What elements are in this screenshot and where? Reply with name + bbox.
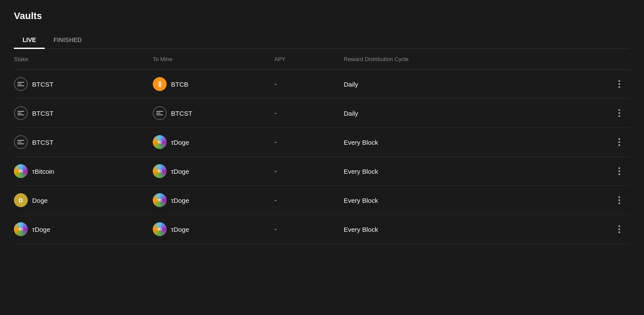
token-icon-btcst	[14, 106, 28, 120]
more-menu-button-2[interactable]	[608, 135, 630, 149]
header-actions	[608, 56, 630, 62]
token-icon-btcst	[153, 106, 167, 120]
stake-cell-5: τD τDoge	[14, 222, 153, 236]
reward-cycle-cell-3: Every Block	[344, 168, 608, 175]
apy-cell-5: -	[274, 225, 344, 234]
tabs-container: LIVE FINISHED	[14, 32, 630, 49]
mine-label-2: τDoge	[171, 139, 189, 146]
mine-cell-3: τD τDoge	[153, 164, 274, 178]
mine-label-5: τDoge	[171, 226, 189, 233]
apy-cell-4: -	[274, 196, 344, 205]
stake-cell-4: D Doge	[14, 193, 153, 207]
stake-label-1: BTCST	[32, 110, 53, 117]
table-row: BTCST ₿ BTCB - Daily	[14, 70, 630, 99]
stake-label-3: τBitcoin	[32, 168, 54, 175]
table-body: BTCST ₿ BTCB - Daily BTCST	[14, 70, 630, 244]
mine-label-1: BTCST	[171, 110, 192, 117]
table-row: D Doge τD τDoge - Every Block	[14, 186, 630, 215]
stake-cell-1: BTCST	[14, 106, 153, 120]
table-row: τD τDoge τD τDoge - Every Block	[14, 215, 630, 244]
more-menu-button-4[interactable]	[608, 193, 630, 208]
token-icon-tdoge: τD	[153, 135, 167, 149]
header-reward-cycle: Reward Distribution Cycle	[344, 56, 608, 62]
stake-label-2: BTCST	[32, 139, 53, 146]
token-icon-tdoge: τD	[153, 222, 167, 236]
token-icon-btcst	[14, 135, 28, 149]
tab-live[interactable]: LIVE	[14, 32, 45, 49]
page-title: Vaults	[14, 10, 630, 22]
token-icon-btcb: ₿	[153, 77, 167, 91]
more-menu-button-5[interactable]	[608, 222, 630, 237]
stake-cell-0: BTCST	[14, 77, 153, 91]
token-icon-doge: D	[14, 193, 28, 207]
token-icon-tbitcoin: τB	[14, 164, 28, 178]
apy-cell-3: -	[274, 167, 344, 176]
table-row: BTCST BTCST - Daily	[14, 99, 630, 128]
table-row: τB τBitcoin τD τDoge - Every Block	[14, 157, 630, 186]
stake-label-0: BTCST	[32, 81, 53, 88]
reward-cycle-cell-2: Every Block	[344, 139, 608, 146]
mine-cell-2: τD τDoge	[153, 135, 274, 149]
header-to-mine: To Mine	[153, 56, 274, 62]
stake-label-5: τDoge	[32, 226, 50, 233]
mine-cell-4: τD τDoge	[153, 193, 274, 207]
mine-cell-5: τD τDoge	[153, 222, 274, 236]
tab-finished[interactable]: FINISHED	[45, 32, 90, 49]
table-header: Stake To Mine APY Reward Distribution Cy…	[14, 49, 630, 70]
reward-cycle-cell-0: Daily	[344, 81, 608, 88]
apy-cell-1: -	[274, 109, 344, 118]
header-apy: APY	[274, 56, 344, 62]
reward-cycle-cell-4: Every Block	[344, 197, 608, 204]
token-icon-tdoge: τD	[153, 193, 167, 207]
token-icon-btcst	[14, 77, 28, 91]
more-menu-button-1[interactable]	[608, 106, 630, 120]
token-icon-tdoge: τD	[14, 222, 28, 236]
mine-cell-1: BTCST	[153, 106, 274, 120]
apy-cell-2: -	[274, 138, 344, 147]
more-menu-button-3[interactable]	[608, 164, 630, 179]
reward-cycle-cell-5: Every Block	[344, 226, 608, 233]
header-stake: Stake	[14, 56, 153, 62]
more-menu-button-0[interactable]	[608, 77, 630, 91]
mine-label-0: BTCB	[171, 81, 188, 88]
stake-label-4: Doge	[32, 197, 48, 204]
token-icon-tdoge: τD	[153, 164, 167, 178]
apy-cell-0: -	[274, 80, 344, 89]
mine-label-4: τDoge	[171, 197, 189, 204]
table-row: BTCST τD τDoge - Every Block	[14, 128, 630, 157]
reward-cycle-cell-1: Daily	[344, 110, 608, 117]
mine-cell-0: ₿ BTCB	[153, 77, 274, 91]
stake-cell-2: BTCST	[14, 135, 153, 149]
mine-label-3: τDoge	[171, 168, 189, 175]
stake-cell-3: τB τBitcoin	[14, 164, 153, 178]
